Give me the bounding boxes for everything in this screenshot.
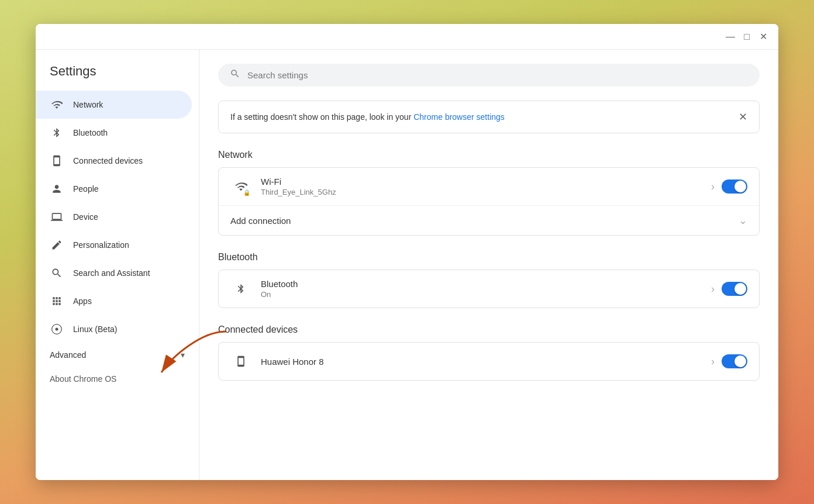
network-section-title: Network	[218, 150, 760, 160]
sidebar-label-device: Device	[73, 212, 98, 222]
huawei-actions: ›	[711, 354, 747, 368]
connected-devices-card: Huawei Honor 8 ›	[218, 342, 760, 381]
main-content: If a setting doesn't show on this page, …	[199, 50, 778, 480]
close-button[interactable]: ✕	[757, 31, 769, 43]
sidebar-advanced[interactable]: Advanced ▾	[36, 343, 199, 367]
wifi-content: Wi-Fi Third_Eye_Link_5Ghz	[261, 177, 711, 196]
sidebar-about[interactable]: About Chrome OS	[36, 367, 199, 391]
huawei-title: Huawei Honor 8	[261, 357, 711, 367]
bluetooth-toggle[interactable]	[722, 282, 747, 296]
bluetooth-card: Bluetooth On ›	[218, 270, 760, 308]
bluetooth-row-icon	[230, 278, 251, 299]
device-icon	[50, 154, 64, 168]
bluetooth-row[interactable]: Bluetooth On ›	[219, 270, 759, 308]
chrome-browser-settings-link[interactable]: Chrome browser settings	[413, 112, 505, 122]
sidebar-item-network[interactable]: Network	[36, 91, 192, 119]
svg-point-1	[56, 328, 58, 331]
sidebar-item-linux[interactable]: Linux (Beta)	[36, 315, 192, 343]
add-connection-row[interactable]: Add connection ⌄	[219, 206, 759, 235]
search-input[interactable]	[247, 70, 748, 80]
sidebar-label-search-assistant: Search and Assistant	[73, 268, 150, 278]
bluetooth-content: Bluetooth On	[261, 279, 711, 299]
sidebar-label-network: Network	[73, 100, 103, 109]
chevron-right-icon: ›	[711, 283, 715, 295]
sidebar-label-people: People	[73, 184, 99, 194]
huawei-toggle[interactable]	[722, 354, 747, 368]
banner-text: If a setting doesn't show on this page, …	[230, 112, 729, 122]
wifi-subtitle: Third_Eye_Link_5Ghz	[261, 188, 711, 196]
sidebar-advanced-label: Advanced	[50, 350, 181, 360]
wifi-icon: 🔒	[230, 176, 251, 197]
apps-icon	[50, 294, 64, 308]
maximize-button[interactable]: □	[741, 31, 753, 43]
laptop-icon	[50, 210, 64, 224]
sidebar-item-search-assistant[interactable]: Search and Assistant	[36, 259, 192, 287]
sidebar-item-device[interactable]: Device	[36, 203, 192, 231]
sidebar-label-apps: Apps	[73, 296, 92, 306]
search-bar[interactable]	[218, 64, 760, 87]
bluetooth-icon	[50, 126, 64, 140]
add-connection-label: Add connection	[230, 216, 739, 226]
bluetooth-actions: ›	[711, 282, 747, 296]
wifi-actions: ›	[711, 179, 747, 194]
info-banner: If a setting doesn't show on this page, …	[218, 101, 760, 133]
sidebar-item-connected-devices[interactable]: Connected devices	[36, 147, 192, 175]
wifi-title: Wi-Fi	[261, 177, 711, 187]
minimize-button[interactable]: —	[725, 31, 736, 43]
sidebar: Settings Network Bluetooth	[36, 50, 199, 480]
phone-icon	[230, 351, 251, 372]
person-icon	[50, 182, 64, 196]
wifi-row[interactable]: 🔒 Wi-Fi Third_Eye_Link_5Ghz ›	[219, 168, 759, 206]
chevron-down-icon: ▾	[181, 350, 185, 360]
settings-window: — □ ✕ Settings Network	[36, 24, 778, 480]
chevron-down-icon: ⌄	[739, 214, 747, 227]
connected-devices-section-title: Connected devices	[218, 325, 760, 335]
sidebar-about-label: About Chrome OS	[50, 374, 116, 384]
sidebar-label-bluetooth: Bluetooth	[73, 128, 108, 137]
sidebar-item-people[interactable]: People	[36, 175, 192, 203]
content-area: Settings Network Bluetooth	[36, 50, 778, 480]
sidebar-item-apps[interactable]: Apps	[36, 287, 192, 315]
search-icon	[50, 266, 64, 280]
sidebar-label-linux: Linux (Beta)	[73, 325, 117, 334]
huawei-content: Huawei Honor 8	[261, 357, 711, 367]
linux-icon	[50, 322, 64, 336]
network-card: 🔒 Wi-Fi Third_Eye_Link_5Ghz › Add connec…	[218, 167, 760, 236]
chevron-right-icon: ›	[711, 355, 715, 368]
search-bar-icon	[230, 68, 240, 82]
banner-close-icon[interactable]: ✕	[739, 111, 747, 123]
bluetooth-title: Bluetooth	[261, 279, 711, 289]
bluetooth-subtitle: On	[261, 290, 711, 299]
bluetooth-section-title: Bluetooth	[218, 252, 760, 263]
titlebar: — □ ✕	[36, 24, 778, 50]
sidebar-item-personalization[interactable]: Personalization	[36, 231, 192, 259]
wifi-icon	[50, 98, 64, 112]
sidebar-label-connected-devices: Connected devices	[73, 156, 143, 165]
pen-icon	[50, 238, 64, 252]
lock-icon: 🔒	[243, 189, 250, 196]
chevron-right-icon: ›	[711, 181, 715, 193]
sidebar-label-personalization: Personalization	[73, 240, 129, 250]
huawei-row[interactable]: Huawei Honor 8 ›	[219, 343, 759, 380]
wifi-toggle[interactable]	[722, 179, 747, 194]
sidebar-item-bluetooth[interactable]: Bluetooth	[36, 119, 192, 147]
sidebar-title: Settings	[36, 59, 199, 91]
